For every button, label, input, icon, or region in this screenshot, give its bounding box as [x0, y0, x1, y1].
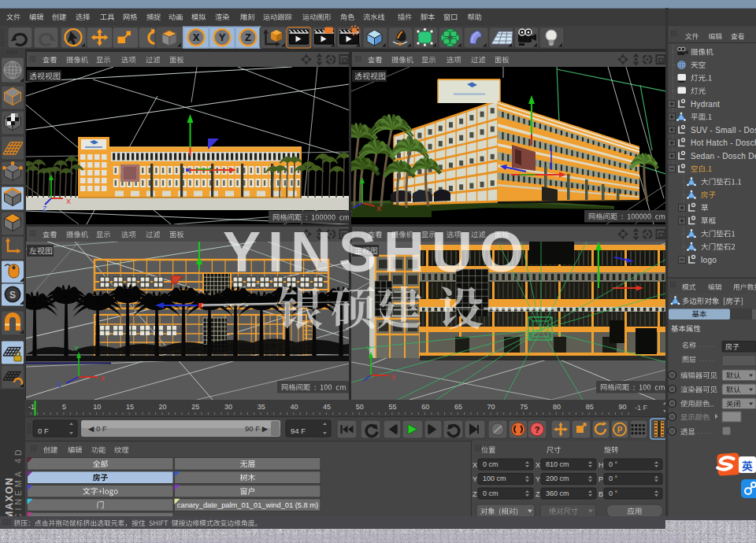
- svg-text:25: 25: [191, 403, 199, 411]
- svg-text:50: 50: [356, 403, 364, 411]
- svg-text:100 cm: 100 cm: [483, 475, 506, 482]
- svg-text:60: 60: [421, 403, 429, 411]
- svg-text:B: B: [598, 490, 603, 498]
- svg-text:H: H: [598, 461, 604, 469]
- svg-text:Hydrant: Hydrant: [691, 100, 720, 109]
- svg-text:Z: Z: [536, 490, 540, 498]
- svg-text:Y: Y: [219, 31, 226, 43]
- svg-text:P: P: [617, 426, 623, 434]
- svg-text:P: P: [598, 475, 603, 483]
- svg-text:X: X: [391, 373, 395, 381]
- svg-text:45: 45: [323, 403, 331, 411]
- svg-text:-1: -1: [28, 403, 35, 411]
- svg-text:YINSHUO: YINSHUO: [223, 220, 531, 283]
- svg-text:Y: Y: [366, 345, 371, 353]
- svg-text:Z: Z: [245, 31, 251, 43]
- svg-text:94 F: 94 F: [291, 427, 306, 435]
- svg-text:0 cm: 0 cm: [483, 460, 498, 468]
- svg-text:X: X: [193, 31, 200, 43]
- svg-text:90: 90: [618, 403, 626, 411]
- svg-text:810 cm: 810 cm: [546, 460, 569, 468]
- svg-text:. . . . .: . . . . .: [699, 342, 714, 349]
- svg-text:0 °: 0 °: [609, 460, 618, 468]
- svg-text:70: 70: [487, 403, 495, 411]
- svg-text:80: 80: [553, 403, 561, 411]
- svg-text:Sedan - Dosch Des: Sedan - Dosch Des: [691, 152, 756, 161]
- svg-text:X: X: [536, 461, 540, 469]
- svg-text:. . . . .: . . . . .: [698, 428, 713, 435]
- svg-text:0 F: 0 F: [38, 427, 49, 435]
- svg-text:-1 F: -1 F: [635, 404, 648, 412]
- svg-text:40: 40: [290, 403, 298, 411]
- svg-text:0 °: 0 °: [609, 489, 618, 497]
- svg-text:360 cm: 360 cm: [546, 489, 569, 497]
- svg-text:X: X: [100, 375, 105, 382]
- svg-text:0 cm: 0 cm: [483, 489, 498, 497]
- svg-text:10: 10: [93, 403, 101, 411]
- svg-text:0 °: 0 °: [609, 475, 618, 482]
- svg-text:Hot Hatch - Dosch: Hot Hatch - Dosch: [691, 139, 756, 147]
- svg-text:Y: Y: [536, 475, 540, 483]
- svg-text:. . . . .: . . . . .: [699, 356, 714, 363]
- svg-text:20: 20: [159, 403, 167, 411]
- svg-text:Z: Z: [43, 205, 47, 212]
- svg-text:Y: Y: [472, 475, 477, 483]
- svg-text:55: 55: [388, 403, 396, 411]
- svg-text:logo: logo: [701, 256, 717, 264]
- svg-text:◀ 0 F: ◀ 0 F: [88, 424, 107, 433]
- svg-text:75: 75: [520, 403, 528, 411]
- svg-text:Z: Z: [57, 381, 61, 389]
- svg-text:85: 85: [586, 403, 594, 411]
- svg-text:canary_date_palm_01_01_wind_01: canary_date_palm_01_01_wind_01 (5.8 m): [177, 501, 318, 509]
- svg-text:CINEMA 4D: CINEMA 4D: [13, 446, 23, 519]
- svg-text:5: 5: [62, 403, 66, 411]
- svg-text:65: 65: [454, 403, 462, 411]
- svg-text:15: 15: [126, 403, 134, 411]
- svg-text:S: S: [9, 290, 16, 301]
- svg-text:Z: Z: [472, 490, 477, 498]
- svg-text:X: X: [472, 461, 477, 469]
- svg-text:Y: Y: [74, 345, 79, 353]
- svg-text:SUV - Small - Dosch: SUV - Small - Dosch: [691, 126, 756, 135]
- svg-text:200 cm: 200 cm: [546, 475, 569, 482]
- svg-text:X: X: [376, 205, 381, 212]
- svg-text:35: 35: [258, 403, 265, 411]
- svg-text:?: ?: [535, 425, 540, 434]
- svg-text:X: X: [66, 198, 71, 205]
- svg-text:30: 30: [224, 403, 232, 411]
- svg-text:90 F ▶: 90 F ▶: [245, 424, 269, 433]
